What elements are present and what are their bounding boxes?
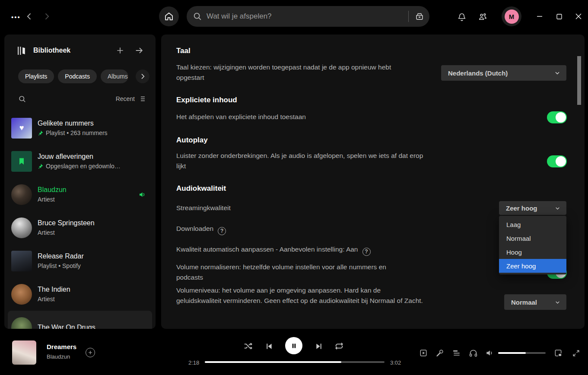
filter-playlists[interactable]: Playlists — [18, 69, 54, 83]
language-select-value: Nederlands (Dutch) — [448, 69, 508, 77]
close-icon — [575, 13, 582, 19]
chevron-down-icon — [555, 299, 560, 305]
filter-albums[interactable]: Albums — [101, 69, 128, 83]
miniplayer-button[interactable] — [553, 348, 563, 358]
back-button[interactable] — [23, 10, 35, 22]
search-bar[interactable] — [187, 6, 429, 27]
fullscreen-button[interactable] — [571, 348, 581, 358]
search-icon — [193, 12, 202, 21]
pin-icon — [38, 164, 43, 169]
library-list: ♥ Gelikete nummers Playlist • 263 nummer… — [8, 111, 152, 329]
list-item-release-radar[interactable]: Release Radar Playlist • Spotify — [8, 244, 152, 277]
search-input[interactable] — [207, 12, 405, 21]
item-subtitle: Artiest — [38, 196, 55, 203]
volume-fill — [498, 352, 526, 354]
pause-icon — [291, 343, 297, 349]
volume-icon — [485, 349, 494, 357]
arrow-right-icon — [134, 46, 144, 55]
lyrics-button[interactable] — [435, 348, 445, 358]
volume-level-select[interactable]: Normaal — [504, 294, 566, 310]
chevron-right-icon — [139, 73, 146, 80]
miniplayer-icon — [554, 349, 563, 357]
normalize-volume-label: Volume normaliseren: hetzelfde volume in… — [176, 262, 412, 283]
now-playing-artist[interactable]: Blaudzun — [47, 353, 70, 360]
pause-button[interactable] — [285, 337, 302, 354]
item-title: Release Radar — [38, 252, 149, 260]
streaming-quality-value: Zeer hoog — [506, 205, 537, 212]
add-to-library-button[interactable] — [86, 348, 95, 357]
dropdown-option-normaal[interactable]: Normaal — [499, 231, 566, 245]
now-playing-view-button[interactable] — [418, 348, 429, 358]
audio-quality-heading: Audiokwaliteit — [176, 184, 226, 193]
profile-button[interactable]: M — [502, 6, 521, 26]
sort-recent-button[interactable]: Recent — [116, 95, 146, 103]
library-title[interactable]: Bibliotheek — [33, 47, 114, 54]
filter-podcasts[interactable]: Podcasts — [58, 69, 97, 83]
app-menu-icon[interactable]: ••• — [11, 13, 21, 21]
list-item-bruce-springsteen[interactable]: Bruce Springsteen Artiest — [8, 211, 152, 244]
item-title: The War On Drugs — [38, 324, 149, 329]
progress-bar[interactable] — [205, 361, 385, 363]
repeat-button[interactable] — [334, 340, 345, 352]
list-item-the-indien[interactable]: The Indien Artiest — [8, 277, 152, 311]
total-time: 3:02 — [390, 359, 401, 366]
library-icon[interactable] — [16, 45, 27, 56]
autoplay-row-label: Luister zonder onderbrekingen. Als je au… — [176, 151, 425, 171]
filters-scroll-right-button[interactable] — [136, 69, 149, 83]
dropdown-option-hoog[interactable]: Hoog — [499, 245, 566, 259]
chevron-down-icon — [554, 70, 560, 76]
streaming-quality-select[interactable]: Zeer hoog — [499, 201, 566, 215]
help-icon[interactable]: ? — [362, 248, 371, 256]
artist-photo — [11, 284, 32, 305]
bookmark-icon — [17, 157, 26, 166]
notifications-button[interactable] — [455, 10, 468, 23]
library-header: Bibliotheek — [4, 35, 156, 60]
now-playing-art[interactable] — [12, 340, 36, 365]
list-item-liked-songs[interactable]: ♥ Gelikete nummers Playlist • 263 nummer… — [8, 111, 152, 145]
dropdown-option-laag[interactable]: Laag — [499, 217, 566, 231]
now-playing-track[interactable]: Dreamers — [47, 343, 76, 350]
home-button[interactable] — [159, 6, 179, 26]
scrollbar-thumb[interactable] — [577, 56, 581, 105]
progress-fill — [205, 361, 341, 363]
next-button[interactable] — [313, 340, 324, 352]
item-subtitle: Opgeslagen en gedownlo… — [46, 163, 121, 170]
window-close-button[interactable] — [572, 10, 585, 22]
previous-button[interactable] — [263, 340, 274, 352]
shuffle-button[interactable] — [242, 340, 254, 352]
your-episodes-art — [11, 151, 32, 172]
dropdown-option-zeer-hoog[interactable]: Zeer hoog — [499, 259, 566, 273]
artist-photo — [11, 317, 32, 329]
list-item-the-war-on-drugs[interactable]: The War On Drugs — [8, 311, 152, 329]
library-search-button[interactable] — [18, 95, 26, 103]
friend-activity-button[interactable] — [476, 10, 489, 23]
list-item-blaudzun[interactable]: Blaudzun Artiest — [8, 178, 152, 211]
list-item-your-episodes[interactable]: Jouw afleveringen Opgeslagen en gedownlo… — [8, 145, 152, 178]
player-bar: Dreamers Blaudzun 2:18 3:02 — [0, 329, 588, 375]
volume-bar[interactable] — [498, 352, 546, 354]
queue-button[interactable] — [451, 348, 462, 358]
autoplay-toggle[interactable] — [547, 155, 567, 167]
item-subtitle: Artiest — [38, 229, 55, 236]
expand-library-button[interactable] — [133, 44, 145, 57]
connect-device-button[interactable] — [468, 348, 478, 358]
item-title: The Indien — [38, 286, 149, 293]
language-select[interactable]: Nederlands (Dutch) — [441, 65, 566, 81]
explicit-row-label: Het afspelen van expliciete inhoud toest… — [176, 112, 306, 122]
window-minimize-button[interactable] — [533, 10, 546, 22]
create-playlist-button[interactable] — [114, 44, 126, 57]
help-icon[interactable]: ? — [218, 227, 226, 235]
mute-button[interactable] — [484, 348, 495, 358]
browse-icon[interactable] — [415, 12, 424, 21]
explicit-toggle[interactable] — [547, 111, 567, 123]
explicit-heading: Expliciete inhoud — [176, 96, 237, 104]
plus-icon — [88, 350, 93, 355]
repeat-icon — [334, 341, 344, 351]
item-subtitle: Artiest — [38, 296, 55, 303]
heart-icon: ♥ — [19, 123, 24, 132]
library-sidebar: Bibliotheek Playlists Podcasts Albums Re… — [4, 35, 156, 329]
toggle-knob — [556, 112, 566, 123]
window-maximize-button[interactable] — [553, 10, 566, 22]
headphones-icon — [469, 349, 478, 358]
forward-button[interactable] — [41, 10, 53, 22]
